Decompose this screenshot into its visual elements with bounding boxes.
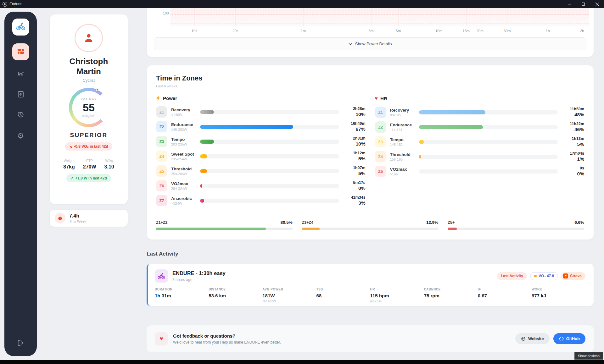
- zone-percent: 5%: [343, 171, 366, 176]
- website-label: Website: [528, 336, 544, 341]
- y-axis-tick: 100: [163, 11, 169, 15]
- website-button[interactable]: Website: [515, 333, 550, 344]
- code-icon: [559, 337, 564, 341]
- zone-row: Z1 Recovery <146W 2h28m 10%: [156, 106, 366, 118]
- zone-range: 145-152: [390, 143, 415, 146]
- zone-time: 2h31m: [343, 136, 366, 141]
- activity-stat: DISTANCE 53.6 km: [209, 288, 262, 303]
- power-curve-plot: [171, 8, 589, 26]
- activity-stat-value: 1h 31m: [155, 293, 209, 298]
- show-desktop-tooltip: Show desktop: [574, 352, 603, 360]
- feedback-title: Got feedback or questions?: [173, 333, 281, 339]
- zone-name: Recovery: [171, 108, 196, 112]
- activity-stat-label: CADENCE: [424, 288, 478, 291]
- summary-label: Z3+Z4: [302, 220, 313, 225]
- sidebar-item-logout[interactable]: [14, 337, 27, 350]
- activity-bike-icon: [155, 269, 168, 283]
- zone-time: 11h22m: [562, 122, 584, 126]
- zone-time: 1h13m: [562, 136, 584, 141]
- zone-range: 284-324W: [171, 187, 196, 190]
- history-icon: [17, 111, 25, 120]
- badge-label: Last Activity: [501, 274, 523, 278]
- zone-row: Z3 Tempo 145-152 1h13m 5%: [375, 136, 584, 148]
- stat-label: W/kg: [104, 159, 114, 163]
- vo2-trend-text: -0.8 VO₂ in last 42d: [74, 144, 108, 149]
- sidebar-item-home[interactable]: [12, 19, 29, 36]
- show-power-details-label: Show Power Details: [355, 41, 392, 46]
- minimize-button[interactable]: [562, 0, 576, 8]
- zone-range: <146W: [171, 113, 196, 117]
- summary-bar-track: [156, 228, 293, 230]
- zone-bar-track: [200, 140, 339, 144]
- summary-bar-fill: [448, 228, 457, 230]
- activity-stat-label: IF: [478, 288, 532, 291]
- ftp-trend-badge: ↗ +1.0 W in last 42d: [66, 174, 111, 182]
- sidebar-item-dashboard[interactable]: [12, 43, 29, 60]
- zone-name: Sweet Spot: [171, 152, 196, 157]
- app-title: Endure: [9, 2, 22, 6]
- zone-name: Tempo: [171, 137, 196, 142]
- sidebar-item-history[interactable]: [14, 109, 27, 122]
- last-activity-heading: Last Activity: [147, 251, 178, 257]
- compare-arrows-icon: [17, 70, 25, 79]
- zone-bar-track: [200, 125, 339, 129]
- zone-percent: 10%: [343, 112, 366, 117]
- zone-bar-fill: [200, 184, 202, 188]
- last-activity-card: ENDURE - 1:30h easy 3 hours ago Last Act…: [147, 264, 594, 306]
- logout-icon: [17, 339, 24, 348]
- sidebar-item-settings[interactable]: ⚙: [14, 130, 27, 142]
- zone-range: 156-165: [390, 157, 415, 161]
- zone-percent: 0%: [562, 171, 584, 177]
- zone-percent: 5%: [562, 141, 584, 147]
- summary-percent: 12.9%: [426, 220, 438, 225]
- zone-badge: Z5: [375, 166, 386, 177]
- zone-bar-fill: [200, 110, 214, 114]
- maximize-button[interactable]: [576, 0, 590, 8]
- zone-time: 1h12m: [343, 151, 366, 155]
- zone-badge: Z5: [156, 165, 167, 177]
- zone-time: 16h40m: [343, 121, 366, 126]
- zone-bar-track: [419, 169, 558, 174]
- zone-row: Z4 Threshold 156-165 17m04s 1%: [375, 151, 584, 163]
- lightning-icon: [156, 96, 160, 101]
- activity-stat-label: HR: [370, 288, 424, 291]
- profile-role: Cyclist: [83, 78, 95, 83]
- zone-bar-track: [200, 169, 339, 173]
- last-activity-badge: Last Activity: [497, 272, 527, 280]
- zone-row: Z2 Endurance 114-131 11h22m 46%: [375, 121, 584, 133]
- taskbar-edge[interactable]: [0, 360, 604, 364]
- time-in-zones-title: Time in Zones: [156, 74, 584, 82]
- activity-stat-value: 181W: [262, 293, 316, 298]
- zone-range: 203-235W: [171, 142, 196, 146]
- close-button[interactable]: [590, 0, 604, 8]
- zone-range: >166: [390, 172, 415, 176]
- activity-stat-label: DISTANCE: [209, 288, 262, 291]
- zone-time: 1h07m: [343, 166, 366, 170]
- badge-label: Strava: [570, 274, 582, 278]
- sidebar-item-compare[interactable]: [14, 68, 27, 81]
- zone-range: >324W: [171, 201, 196, 205]
- sidebar-item-upload[interactable]: [14, 89, 27, 101]
- vo2max-label: VO2 MAX: [81, 98, 97, 101]
- x-axis-tick: 10m: [435, 29, 442, 33]
- zone-bar-track: [419, 125, 558, 129]
- zone-range: 146-203W: [171, 128, 196, 131]
- show-power-details-button[interactable]: Show Power Details: [154, 37, 586, 50]
- github-button[interactable]: GitHub: [553, 333, 585, 344]
- stat-weight: Weight 87kg: [63, 159, 75, 170]
- summary-item: Z5+ 6.6%: [448, 220, 584, 230]
- zone-time: 0s: [562, 166, 584, 170]
- arrow-up-right-icon: ↗: [70, 176, 74, 180]
- strava-badge[interactable]: Strava: [561, 272, 585, 280]
- zone-percent: 10%: [343, 141, 366, 147]
- zone-percent: 1%: [562, 156, 584, 162]
- zone-time: 17m04s: [562, 151, 584, 156]
- zone-bar-fill: [200, 169, 207, 173]
- zone-range: 254-284W: [171, 172, 196, 176]
- vo2-trend-badge: ↘ -0.8 VO₂ in last 42d: [65, 142, 112, 151]
- x-axis: 10s20s1m3m5m10m15m20m30m1h2h: [171, 29, 589, 34]
- power-zones-column: Power Z1 Recovery <146W 2h28m 10% Z2 End…: [156, 96, 366, 209]
- hr-zones-column: ♥ HR Z1 Recovery 88-105 11h50m 48% Z2 En…: [375, 96, 584, 209]
- activity-stat-label: TSS: [316, 288, 370, 291]
- x-axis-tick: 15m: [462, 29, 469, 33]
